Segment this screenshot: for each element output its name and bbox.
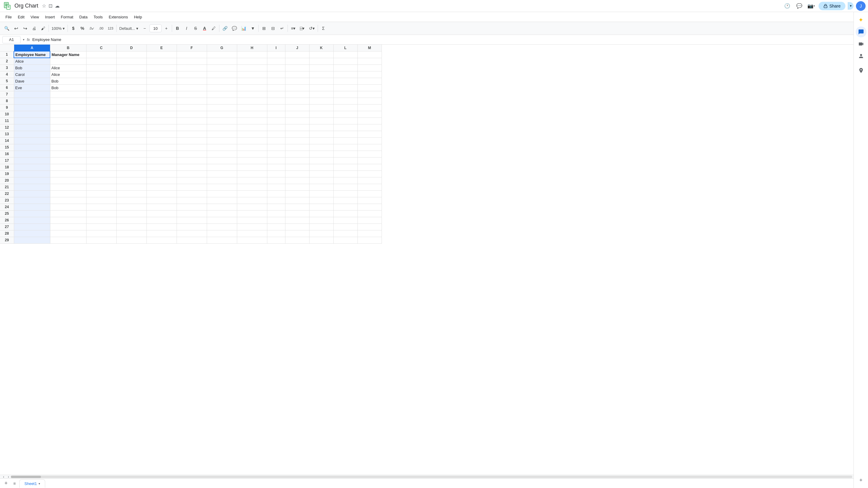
cell-a16[interactable] <box>14 151 50 157</box>
cell-g19[interactable] <box>207 170 237 177</box>
row-header[interactable]: 10 <box>0 111 14 118</box>
cell-h29[interactable] <box>237 237 267 243</box>
col-header-c[interactable]: C <box>86 44 116 51</box>
cell-g4[interactable] <box>207 71 237 78</box>
cell-l20[interactable] <box>333 177 358 184</box>
cell-m27[interactable] <box>358 224 381 230</box>
cell-h9[interactable] <box>237 104 267 111</box>
cell-m25[interactable] <box>358 210 381 217</box>
cell-i4[interactable] <box>267 71 285 78</box>
cell-a15[interactable] <box>14 144 50 151</box>
cell-h15[interactable] <box>237 144 267 151</box>
cell-k2[interactable] <box>309 58 333 64</box>
cell-j24[interactable] <box>285 204 309 210</box>
cell-g15[interactable] <box>207 144 237 151</box>
cell-l3[interactable] <box>333 64 358 71</box>
cell-e25[interactable] <box>147 210 177 217</box>
cell-k3[interactable] <box>309 64 333 71</box>
merge-cells-button[interactable]: ⊟ <box>269 24 277 33</box>
cell-a9[interactable] <box>14 104 50 111</box>
cell-b13[interactable] <box>50 131 86 137</box>
cell-c13[interactable] <box>86 131 116 137</box>
cell-i26[interactable] <box>267 217 285 224</box>
cell-m8[interactable] <box>358 98 381 104</box>
cell-c17[interactable] <box>86 157 116 164</box>
cell-d11[interactable] <box>116 118 147 124</box>
col-header-d[interactable]: D <box>116 44 147 51</box>
cell-d5[interactable] <box>116 78 147 84</box>
cell-i7[interactable] <box>267 91 285 98</box>
cell-g8[interactable] <box>207 98 237 104</box>
cell-f22[interactable] <box>177 190 207 197</box>
cell-j8[interactable] <box>285 98 309 104</box>
cell-e20[interactable] <box>147 177 177 184</box>
cell-a1[interactable]: Employee Name <box>14 51 50 58</box>
cell-b25[interactable] <box>50 210 86 217</box>
cell-g3[interactable] <box>207 64 237 71</box>
cell-m9[interactable] <box>358 104 381 111</box>
number-format-button[interactable]: 123 <box>106 24 115 33</box>
cell-i9[interactable] <box>267 104 285 111</box>
cell-h10[interactable] <box>237 111 267 118</box>
cell-k24[interactable] <box>309 204 333 210</box>
share-button[interactable]: Share <box>818 2 845 10</box>
cell-d28[interactable] <box>116 230 147 237</box>
cell-c19[interactable] <box>86 170 116 177</box>
cell-g28[interactable] <box>207 230 237 237</box>
cell-a6[interactable]: Eve <box>14 84 50 91</box>
user-avatar[interactable]: J <box>856 1 866 11</box>
cell-g9[interactable] <box>207 104 237 111</box>
cell-a18[interactable] <box>14 164 50 170</box>
cell-j15[interactable] <box>285 144 309 151</box>
cell-d7[interactable] <box>116 91 147 98</box>
row-header[interactable]: 7 <box>0 91 14 98</box>
cell-a21[interactable] <box>14 184 50 190</box>
cell-h24[interactable] <box>237 204 267 210</box>
cell-k12[interactable] <box>309 124 333 131</box>
cell-j18[interactable] <box>285 164 309 170</box>
cell-j2[interactable] <box>285 58 309 64</box>
cell-c27[interactable] <box>86 224 116 230</box>
menu-tools[interactable]: Tools <box>90 13 105 21</box>
row-header[interactable]: 24 <box>0 204 14 210</box>
cell-m7[interactable] <box>358 91 381 98</box>
insert-link-button[interactable]: 🔗 <box>221 24 229 33</box>
cell-c9[interactable] <box>86 104 116 111</box>
cell-g5[interactable] <box>207 78 237 84</box>
cell-l1[interactable] <box>333 51 358 58</box>
decrease-font-size-button[interactable]: − <box>141 24 149 33</box>
cell-b11[interactable] <box>50 118 86 124</box>
cell-l22[interactable] <box>333 190 358 197</box>
cell-h18[interactable] <box>237 164 267 170</box>
cell-k6[interactable] <box>309 84 333 91</box>
cell-e21[interactable] <box>147 184 177 190</box>
cell-i11[interactable] <box>267 118 285 124</box>
cell-f19[interactable] <box>177 170 207 177</box>
cell-h21[interactable] <box>237 184 267 190</box>
cell-j22[interactable] <box>285 190 309 197</box>
cell-i6[interactable] <box>267 84 285 91</box>
cell-h23[interactable] <box>237 197 267 204</box>
cell-l4[interactable] <box>333 71 358 78</box>
cell-a24[interactable] <box>14 204 50 210</box>
cell-f14[interactable] <box>177 137 207 144</box>
cell-e6[interactable] <box>147 84 177 91</box>
undo-button[interactable]: ↩ <box>12 24 20 33</box>
cell-c1[interactable] <box>86 51 116 58</box>
menu-data[interactable]: Data <box>76 13 90 21</box>
cell-d1[interactable] <box>116 51 147 58</box>
cell-e1[interactable] <box>147 51 177 58</box>
cell-i15[interactable] <box>267 144 285 151</box>
cell-i21[interactable] <box>267 184 285 190</box>
cell-i22[interactable] <box>267 190 285 197</box>
cell-j11[interactable] <box>285 118 309 124</box>
row-header[interactable]: 28 <box>0 230 14 237</box>
cell-j25[interactable] <box>285 210 309 217</box>
row-header[interactable]: 14 <box>0 137 14 144</box>
cell-c26[interactable] <box>86 217 116 224</box>
cell-k8[interactable] <box>309 98 333 104</box>
cell-f24[interactable] <box>177 204 207 210</box>
cell-b20[interactable] <box>50 177 86 184</box>
cell-k10[interactable] <box>309 111 333 118</box>
cell-b18[interactable] <box>50 164 86 170</box>
